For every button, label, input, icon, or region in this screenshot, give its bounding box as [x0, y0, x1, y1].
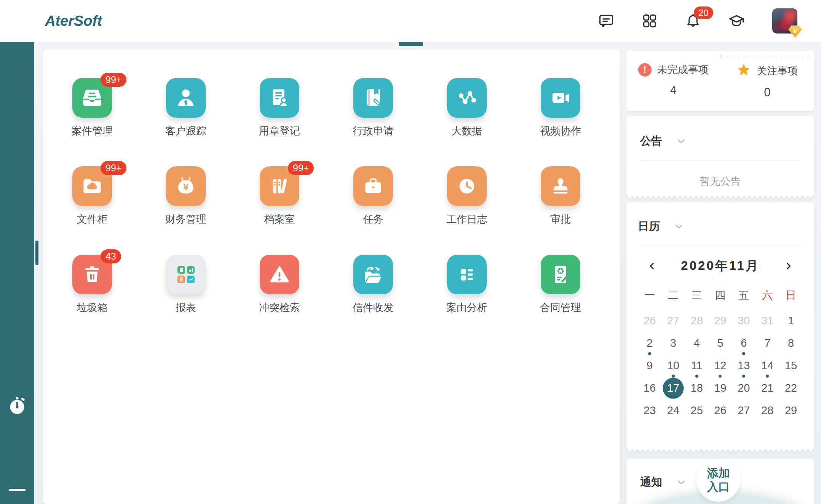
calendar-day[interactable]: 1	[779, 309, 803, 332]
count-badge: 99+	[101, 161, 126, 175]
app-tile[interactable]: 99+	[72, 78, 112, 118]
calendar-days-grid: 2627282930311234567891011121314151617181…	[638, 309, 803, 422]
calendar-day[interactable]: 3	[661, 332, 685, 354]
calendar-day[interactable]: 26	[638, 309, 661, 332]
stamp-icon	[549, 175, 572, 198]
weekday-label: 一	[638, 288, 661, 303]
calendar-day[interactable]: 30	[732, 309, 756, 332]
app-tile[interactable]	[166, 78, 206, 118]
app-tile[interactable]	[353, 78, 393, 118]
calendar-day[interactable]: 24	[661, 399, 685, 422]
calendar-day[interactable]: 27	[732, 399, 756, 422]
top-header: AterSoft 20	[0, 0, 821, 42]
calendar-day[interactable]: 23	[638, 399, 661, 422]
stat-label: 关注事项	[757, 64, 798, 78]
calendar-day[interactable]: 5	[709, 332, 732, 354]
app-tile[interactable]: 43	[72, 255, 112, 294]
app-item: 案由分析	[447, 255, 487, 343]
calendar-day[interactable]: 11	[685, 354, 709, 377]
learning-cap-icon[interactable]	[728, 13, 745, 29]
calendar-day[interactable]: 13	[732, 354, 756, 377]
app-item: 任务	[353, 166, 393, 255]
calendar-day[interactable]: 18	[685, 377, 709, 399]
notification-count-badge: 20	[694, 6, 713, 19]
svg-text:¥: ¥	[183, 182, 188, 192]
calendar-day[interactable]: 25	[685, 399, 709, 422]
calendar-day[interactable]: 2	[638, 332, 661, 354]
calendar-day[interactable]: 26	[709, 399, 732, 422]
calendar-day[interactable]: 20	[732, 377, 756, 399]
app-item: 工作日志	[447, 166, 487, 255]
calendar-day[interactable]: 15	[779, 354, 803, 377]
app-label: 客户跟踪	[165, 124, 206, 138]
messages-icon[interactable]	[598, 13, 615, 29]
app-tile[interactable]	[447, 166, 487, 206]
app-tile[interactable]	[260, 78, 299, 118]
calendar-day[interactable]: 31	[756, 309, 779, 332]
app-item: 99+ 文件柜	[72, 166, 112, 255]
app-label: 合同管理	[540, 301, 581, 314]
app-tile[interactable]	[447, 255, 487, 294]
calendar-day[interactable]: 16	[638, 377, 661, 399]
app-tile[interactable]	[447, 78, 487, 118]
count-badge: 99+	[101, 73, 126, 87]
app-tile[interactable]	[353, 166, 393, 206]
app-label: 财务管理	[165, 212, 206, 226]
chevron-down-icon[interactable]	[676, 477, 687, 488]
app-tile[interactable]	[260, 255, 299, 294]
calendar-day[interactable]: 4	[685, 332, 709, 354]
app-item: 99+ 案件管理	[72, 78, 112, 166]
calendar-day[interactable]: 6	[732, 332, 756, 354]
calendar-day-selected[interactable]: 17	[661, 377, 685, 399]
calendar-day[interactable]: 27	[661, 309, 685, 332]
calendar-day[interactable]: 9	[638, 354, 661, 377]
app-item: ¥ 报表	[166, 255, 206, 343]
app-label: 任务	[363, 212, 383, 226]
stopwatch-icon[interactable]	[0, 396, 34, 416]
stat-followed[interactable]: 关注事项 0	[720, 51, 815, 111]
calendar-day[interactable]: 14	[756, 354, 779, 377]
next-month-button[interactable]	[783, 260, 794, 273]
app-label: 工作日志	[446, 212, 487, 226]
app-tile[interactable]: 99+	[72, 166, 112, 206]
collapse-handle[interactable]	[9, 489, 26, 491]
app-tile[interactable]: ¥	[166, 255, 206, 294]
stat-unfinished[interactable]: 未完成事项 4	[626, 51, 720, 111]
list-layout-icon	[455, 263, 478, 286]
books-icon	[268, 175, 291, 198]
apps-grid-icon[interactable]	[641, 13, 658, 29]
calendar-day[interactable]: 29	[709, 309, 732, 332]
calendar-day[interactable]: 21	[756, 377, 779, 399]
app-tile[interactable]	[541, 166, 580, 206]
divider	[640, 160, 800, 161]
header-actions: 20 V	[598, 0, 797, 42]
calendar-title: 日历	[638, 219, 660, 234]
calendar-day[interactable]: 8	[779, 332, 803, 354]
count-badge: 99+	[288, 161, 314, 175]
app-label: 大数据	[452, 124, 482, 138]
chevron-down-icon[interactable]	[674, 221, 684, 232]
vip-diamond-badge: V	[788, 24, 802, 38]
calendar-day[interactable]: 10	[661, 354, 685, 377]
app-tile[interactable]: ¥	[166, 166, 206, 206]
mail-folder-icon	[362, 263, 385, 286]
prev-month-button[interactable]	[646, 260, 658, 273]
calendar-day[interactable]: 22	[779, 377, 803, 399]
app-tile[interactable]: 99+	[260, 166, 299, 206]
money-bag-icon: ¥	[174, 175, 197, 198]
calendar-day[interactable]: 29	[779, 399, 803, 422]
calendar-day[interactable]: 7	[756, 332, 779, 354]
calendar-day[interactable]: 19	[709, 377, 732, 399]
chevron-down-icon[interactable]	[676, 136, 687, 147]
video-camera-icon	[549, 86, 572, 109]
app-tile[interactable]	[541, 255, 580, 294]
notifications-bell-icon[interactable]: 20	[685, 13, 701, 29]
calendar-day[interactable]: 28	[685, 309, 709, 332]
app-item: 审批	[541, 166, 580, 255]
panel-drag-handle[interactable]	[35, 241, 38, 265]
active-tab-indicator[interactable]	[399, 42, 423, 46]
app-tile[interactable]	[541, 78, 580, 118]
app-tile[interactable]	[353, 255, 393, 294]
calendar-day[interactable]: 28	[756, 399, 779, 422]
calendar-day[interactable]: 12	[709, 354, 732, 377]
